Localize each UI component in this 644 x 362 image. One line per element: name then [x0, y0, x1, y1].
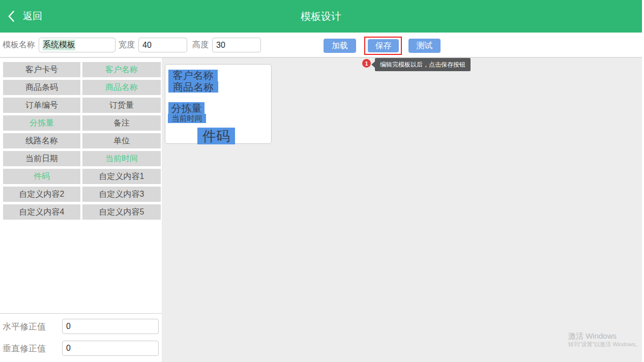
design-stage: 客户名称 商品名称 分拣量 当前时间 件码 激活 Windows 转到“设置”以… — [162, 58, 642, 362]
height-label: 高度 — [192, 33, 209, 57]
field-item[interactable]: 分拣量 — [3, 115, 80, 131]
field-item[interactable]: 自定义内容1 — [82, 169, 161, 184]
width-input[interactable]: 40 — [138, 38, 187, 52]
label-canvas[interactable]: 客户名称 商品名称 分拣量 当前时间 件码 — [165, 64, 272, 144]
watermark-line1: 激活 Windows — [568, 331, 641, 341]
horizontal-offset-label: 水平修正值 — [3, 319, 46, 334]
height-value: 30 — [216, 41, 225, 50]
field-item[interactable]: 自定义内容5 — [82, 204, 161, 220]
canvas-element[interactable]: 当前时间 — [168, 114, 206, 123]
horizontal-offset-input[interactable]: 0 — [62, 319, 159, 334]
field-palette-panel: 客户卡号 客户名称 商品条码 商品名称 订单编号 订货量 分拣量 备注 线路名称… — [0, 58, 162, 362]
canvas-element[interactable]: 件码 — [197, 128, 235, 144]
canvas-element[interactable]: 客户名称 — [168, 70, 218, 81]
app-header: 返回 模板设计 — [0, 0, 642, 33]
vertical-offset-value: 0 — [66, 344, 71, 353]
vertical-offset-label: 垂直修正值 — [3, 341, 46, 356]
template-name-input[interactable]: 系统模板 — [39, 38, 115, 52]
width-label: 宽度 — [119, 33, 135, 57]
field-item[interactable]: 线路名称 — [3, 133, 80, 148]
annotation-tooltip: 编辑完模板以后，点击保存按钮 — [375, 58, 471, 71]
save-button[interactable]: 保存 — [368, 39, 399, 52]
field-item[interactable]: 自定义内容3 — [82, 187, 161, 202]
field-item[interactable]: 客户卡号 — [3, 62, 80, 77]
field-item[interactable]: 当前日期 — [3, 151, 80, 166]
page-title: 模板设计 — [0, 0, 642, 33]
field-item[interactable]: 自定义内容4 — [3, 204, 80, 220]
annotation-tooltip-arrow — [371, 62, 375, 68]
template-name-label: 模板名称 — [3, 33, 35, 57]
canvas-element[interactable]: 分拣量 — [168, 102, 204, 114]
toolbar: 模板名称 系统模板 宽度 40 高度 30 加载 保存 测试 — [0, 33, 642, 58]
field-item[interactable]: 订货量 — [82, 98, 161, 113]
field-item[interactable]: 备注 — [82, 115, 161, 131]
field-item[interactable]: 客户名称 — [82, 62, 161, 77]
template-name-value: 系统模板 — [43, 40, 75, 50]
field-item[interactable]: 商品名称 — [82, 80, 161, 95]
canvas-element[interactable]: 商品名称 — [168, 81, 218, 93]
horizontal-offset-value: 0 — [66, 322, 71, 331]
field-item[interactable]: 单位 — [82, 133, 161, 148]
vertical-offset-input[interactable]: 0 — [62, 341, 159, 356]
watermark-line2: 转到“设置”以激活 Windows。 — [568, 341, 641, 348]
field-item[interactable]: 商品条码 — [3, 80, 80, 95]
field-item[interactable]: 订单编号 — [3, 98, 80, 113]
field-item[interactable]: 自定义内容2 — [3, 187, 80, 202]
field-item[interactable]: 当前时间 — [82, 151, 161, 166]
field-item[interactable]: 件码 — [3, 169, 80, 184]
template-designer-app: 返回 模板设计 模板名称 系统模板 宽度 40 高度 30 加载 保存 测试 1… — [0, 0, 642, 362]
test-button[interactable]: 测试 — [408, 39, 441, 53]
panel-divider — [0, 313, 162, 314]
load-button[interactable]: 加载 — [324, 39, 356, 53]
windows-activation-watermark: 激活 Windows 转到“设置”以激活 Windows。 — [568, 331, 641, 348]
width-value: 40 — [142, 41, 152, 50]
height-input[interactable]: 30 — [212, 38, 261, 52]
annotation-step-badge: 1 — [362, 59, 371, 68]
